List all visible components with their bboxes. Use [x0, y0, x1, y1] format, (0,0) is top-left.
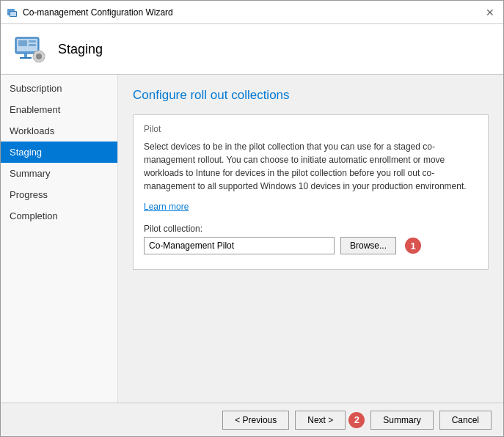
pilot-collection-label: Pilot collection: — [144, 224, 478, 234]
wizard-icon — [7, 7, 18, 18]
wizard-body: Subscription Enablement Workloads Stagin… — [1, 75, 503, 403]
title-bar-text: Co-management Configuration Wizard — [23, 7, 483, 18]
learn-more-link[interactable]: Learn more — [144, 202, 478, 212]
previous-button[interactable]: < Previous — [222, 411, 289, 430]
pilot-collection-input[interactable] — [144, 237, 335, 254]
next-badge: 2 — [348, 412, 365, 428]
svg-point-11 — [36, 54, 42, 59]
svg-rect-15 — [42, 56, 45, 57]
svg-rect-6 — [20, 57, 32, 59]
pilot-description: Select devices to be in the pilot collec… — [144, 140, 478, 193]
svg-rect-13 — [38, 59, 40, 62]
next-button[interactable]: Next > — [295, 411, 346, 430]
sidebar-item-workloads[interactable]: Workloads — [1, 120, 117, 142]
svg-rect-14 — [33, 56, 36, 57]
pilot-section-label: Pilot — [144, 124, 478, 134]
sidebar-item-subscription[interactable]: Subscription — [1, 78, 117, 99]
summary-button[interactable]: Summary — [370, 411, 433, 430]
browse-badge: 1 — [405, 238, 421, 254]
pilot-collection-row: Browse... 1 — [144, 237, 478, 254]
svg-rect-9 — [29, 44, 36, 46]
sidebar-item-enablement[interactable]: Enablement — [1, 99, 117, 120]
wizard-header: Staging — [1, 24, 503, 75]
sidebar-item-staging[interactable]: Staging — [1, 142, 117, 163]
svg-rect-8 — [29, 40, 36, 43]
sidebar: Subscription Enablement Workloads Stagin… — [1, 75, 118, 403]
wizard-footer: < Previous Next > 2 Summary Cancel — [1, 403, 503, 436]
sidebar-item-progress[interactable]: Progress — [1, 184, 117, 205]
svg-rect-2 — [10, 12, 16, 16]
cancel-button[interactable]: Cancel — [439, 411, 492, 430]
next-button-wrap: Next > 2 — [295, 411, 365, 430]
header-icon — [12, 32, 48, 67]
svg-rect-7 — [18, 40, 27, 46]
svg-rect-5 — [24, 54, 27, 57]
browse-button[interactable]: Browse... — [340, 237, 396, 254]
svg-rect-12 — [38, 51, 40, 54]
pilot-box: Pilot Select devices to be in the pilot … — [133, 114, 489, 270]
wizard-header-title: Staging — [58, 42, 103, 57]
sidebar-item-summary[interactable]: Summary — [1, 163, 117, 184]
content-title: Configure roll out collections — [133, 88, 489, 103]
wizard-window: Co-management Configuration Wizard ✕ Sta… — [0, 0, 504, 437]
close-button[interactable]: ✕ — [483, 5, 497, 20]
main-content: Configure roll out collections Pilot Sel… — [118, 75, 503, 403]
title-bar: Co-management Configuration Wizard ✕ — [1, 1, 503, 24]
sidebar-item-completion[interactable]: Completion — [1, 205, 117, 227]
